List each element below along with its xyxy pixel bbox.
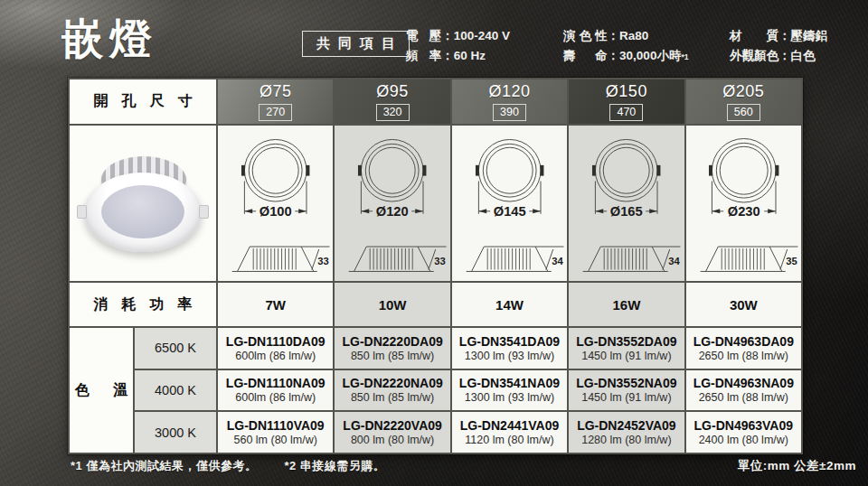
column-header-150: Ø150470 [569, 79, 684, 124]
cutout-diameter-label: Ø120 [376, 204, 409, 219]
dimension-drawing: Ø100 33 [218, 126, 333, 281]
height-label: 33 [317, 256, 329, 266]
column-header-95: Ø95320 [335, 79, 449, 124]
colon: ： [778, 29, 791, 42]
model-cell: LG-DN4963NA092650 lm (88 lm/w) [686, 370, 801, 411]
spec-column-electrical: 電壓：100-240 V 頻率：60 Hz [406, 26, 543, 66]
height-label: 34 [669, 256, 681, 266]
model-number: LG-DN2220VA09 [343, 418, 441, 433]
spec-cri-label: 演色性 [563, 26, 608, 46]
product-photo-cell [70, 126, 216, 281]
model-number: LG-DN1110VA09 [227, 418, 325, 433]
lumen-output: 600lm (86 lm/w) [235, 391, 316, 404]
lumen-output: 1450 lm (91 lm/w) [581, 350, 671, 362]
spec-frequency-value: 60 Hz [454, 49, 486, 62]
lumen-output: 800 lm (80 lm/w) [351, 434, 434, 446]
spec-material-label: 材質 [730, 26, 778, 46]
model-cell: LG-DN1110DA09600lm (86 lm/w) [218, 328, 333, 369]
dimension-drawing: Ø165 34 [569, 126, 684, 281]
order-code-badge: 470 [609, 104, 643, 121]
footnotes: *1 僅為社內測試結果，僅供參考。 *2 串接線需另購。 [71, 458, 385, 474]
drawing-cell-75: Ø100 33 [218, 126, 333, 281]
common-specs: 電壓：100-240 V 頻率：60 Hz 演色性：Ra80 壽命：30,000… [406, 26, 865, 66]
cutout-diameter-label: Ø145 [494, 204, 526, 219]
model-cell: LG-DN1110VA09560 lm (80 lm/w) [218, 412, 333, 453]
model-cell: LG-DN3552NA091450 lm (91 lm/w) [569, 370, 684, 411]
model-number: LG-DN3552NA09 [576, 376, 676, 390]
power-cell-120: 14W [452, 283, 567, 326]
model-number: LG-DN3541DA09 [459, 334, 560, 349]
power-cell-95: 10W [335, 283, 449, 326]
model-number: LG-DN2220NA09 [342, 376, 442, 390]
model-cell: LG-DN2441VA091120 lm (80 lm/w) [452, 412, 567, 453]
cutout-diameter-label: Ø100 [259, 204, 292, 219]
lumen-output: 600lm (86 lm/w) [235, 350, 316, 362]
cct-4000k-cell: 4000 K [135, 370, 216, 411]
dimension-drawing: Ø230 35 [686, 126, 801, 281]
footnote-2: *2 串接線需另購。 [284, 458, 385, 474]
lumen-output: 1300 lm (93 lm/w) [465, 350, 554, 362]
catalog-page: 嵌燈 共同項目 電壓：100-240 V 頻率：60 Hz 演色性：Ra80 壽… [0, 0, 868, 486]
spec-cri: 演色性：Ra80 [563, 26, 710, 46]
order-code-badge: 560 [727, 104, 760, 121]
spec-finish-color: 外觀顏色：白色 [730, 46, 865, 66]
model-cell: LG-DN3541DA091300 lm (93 lm/w) [452, 328, 567, 369]
model-number: LG-DN2441VA09 [460, 418, 559, 433]
lumen-output: 2400 lm (80 lm/w) [699, 434, 788, 446]
column-header-205: Ø205560 [686, 79, 801, 124]
spec-frequency-label: 頻率 [406, 46, 441, 66]
common-items-label: 共同項目 [316, 35, 403, 51]
lumen-output: 2650 lm (88 lm/w) [699, 350, 788, 362]
model-number: LG-DN3541NA09 [459, 376, 560, 390]
mounting-clip-left [77, 205, 87, 219]
drawing-cell-95: Ø120 33 [335, 126, 449, 281]
spec-material: 材質：壓鑄鋁 [730, 26, 865, 46]
cct-row-header: 色溫 [70, 328, 133, 453]
lumen-output: 850 lm (85 lm/w) [351, 391, 434, 404]
spec-column-performance: 演色性：Ra80 壽命：30,000小時*1 [563, 26, 710, 66]
lumen-output: 560 lm (80 lm/w) [234, 434, 317, 446]
lumen-output: 2650 lm (88 lm/w) [699, 391, 788, 404]
spec-material-value: 壓鑄鋁 [791, 29, 828, 42]
lumen-output: 1450 lm (91 lm/w) [581, 391, 671, 404]
height-label: 33 [435, 256, 447, 266]
column-header-120: Ø120390 [452, 79, 567, 124]
colon: ： [608, 49, 620, 62]
power-cell-75: 7W [218, 283, 333, 326]
spec-lifetime-label: 壽命 [563, 46, 608, 66]
spec-finish-color-value: 白色 [791, 49, 816, 62]
colon: ： [441, 49, 454, 62]
spec-lifetime-value: 30,000小時 [619, 49, 681, 62]
height-label: 34 [552, 256, 563, 266]
model-cell: LG-DN3552DA091450 lm (91 lm/w) [569, 328, 684, 369]
lumen-output: 850 lm (85 lm/w) [351, 350, 434, 362]
model-number: LG-DN1110NA09 [226, 376, 326, 390]
model-cell: LG-DN2220VA09800 lm (80 lm/w) [335, 412, 449, 453]
spec-voltage: 電壓：100-240 V [406, 26, 543, 46]
model-number: LG-DN1110DA09 [226, 334, 326, 349]
power-row-header: 消耗功率 [70, 283, 216, 326]
spec-voltage-value: 100-240 V [454, 29, 510, 42]
model-cell: LG-DN2220DA09850 lm (85 lm/w) [335, 328, 449, 369]
common-items-box: 共同項目 [302, 31, 410, 57]
spec-lifetime: 壽命：30,000小時*1 [563, 46, 710, 66]
drawing-cell-120: Ø145 34 [452, 126, 567, 281]
dimension-drawing: Ø145 34 [452, 126, 567, 281]
model-number: LG-DN4963DA09 [693, 334, 794, 349]
page-title: 嵌燈 [61, 11, 157, 68]
drawing-cell-205: Ø230 35 [686, 126, 801, 281]
footnote-1: *1 僅為社內測試結果，僅供參考。 [71, 458, 257, 474]
column-header-75: Ø75270 [218, 79, 333, 124]
model-cell: LG-DN2220NA09850 lm (85 lm/w) [335, 370, 449, 411]
product-spec-table: 開孔尺寸 Ø75270 Ø95320 Ø120390 Ø150470 Ø2055… [68, 78, 803, 454]
model-cell: LG-DN2452VA091280 lm (80 lm/w) [569, 412, 684, 453]
model-number: LG-DN2220DA09 [342, 334, 442, 349]
spec-finish-color-label: 外觀顏色 [730, 46, 778, 66]
diffuser-lens [101, 185, 184, 238]
colon: ： [608, 29, 620, 42]
model-number: LG-DN4963VA09 [694, 418, 793, 433]
cct-3000k-cell: 3000 K [135, 412, 216, 453]
dimension-drawing: Ø120 33 [335, 126, 449, 281]
model-cell: LG-DN4963DA092650 lm (88 lm/w) [686, 328, 801, 369]
hole-size-row-header: 開孔尺寸 [70, 79, 216, 124]
